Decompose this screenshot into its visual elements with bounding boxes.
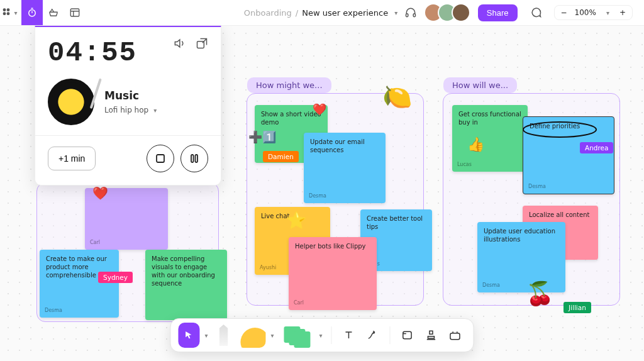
svg-point-12 xyxy=(523,122,596,137)
section-how-will-we[interactable]: How will we... Get cross functional buy … xyxy=(443,93,620,306)
separator xyxy=(390,326,391,344)
section-left[interactable]: Carl ❤️ Create to make our product more … xyxy=(36,182,219,322)
pause-button[interactable] xyxy=(180,145,208,172)
sticky-note[interactable]: Carl xyxy=(85,188,168,250)
svg-rect-10 xyxy=(191,155,194,162)
zoom-control[interactable]: − 100% ▾ + xyxy=(554,5,633,20)
chevron-down-icon: ▾ xyxy=(11,9,19,16)
cursor-label-sydney: Sydney xyxy=(98,272,133,283)
timer-digits: 04:55 xyxy=(48,37,137,69)
sticky-tool[interactable] xyxy=(279,323,314,348)
voting-tool-button[interactable] xyxy=(43,0,64,25)
sticky-author: Lucas xyxy=(457,162,472,168)
chevron-down-icon[interactable]: ▾ xyxy=(202,332,210,339)
breadcrumb[interactable]: Onboarding / New user experience ▾ xyxy=(244,8,401,18)
section-title[interactable]: How might we... xyxy=(247,77,331,93)
share-button[interactable]: Share xyxy=(478,4,518,21)
sticky-text: Update user education illustrations xyxy=(484,228,555,243)
sticky-author: Ayushi xyxy=(260,265,276,271)
vinyl-icon xyxy=(48,79,94,125)
connector-tool[interactable] xyxy=(362,323,384,348)
sticky-text: Show a short video demo xyxy=(261,111,321,126)
sticky-text: Live chat xyxy=(261,213,289,219)
presence-avatars[interactable] xyxy=(429,3,470,22)
chevron-down-icon: ▾ xyxy=(151,107,159,114)
timer-panel: 04:55 Music Lofi hip hop ▾ +1 min xyxy=(35,25,221,186)
sticky-note[interactable]: Update user education illustrations Desm… xyxy=(477,222,565,292)
sticky-note[interactable]: Helper bots like Clippy Carl xyxy=(289,237,377,310)
sticky-author: Desma xyxy=(528,184,546,190)
sticky-author: Carl xyxy=(90,240,100,246)
svg-rect-0 xyxy=(3,8,6,11)
avatar[interactable] xyxy=(452,3,470,22)
toolbar-left: ▾ xyxy=(0,0,86,25)
timer-tool-button[interactable] xyxy=(21,0,43,25)
top-bar: ▾ Onboarding / New user experience ▾ Sha… xyxy=(0,0,644,26)
music-track-selector[interactable]: Lofi hip hop ▾ xyxy=(104,106,159,114)
comments-icon[interactable] xyxy=(525,0,547,25)
sound-icon[interactable] xyxy=(173,37,186,50)
stop-button[interactable] xyxy=(147,145,174,172)
toolbar-right: Share − 100% ▾ + xyxy=(400,0,644,25)
stamp-tool[interactable] xyxy=(421,323,442,348)
chevron-down-icon[interactable]: ▾ xyxy=(604,9,612,16)
svg-rect-3 xyxy=(7,12,10,15)
sticky-note[interactable]: Update our email sequences Desma xyxy=(304,133,386,203)
chevron-down-icon[interactable]: ▾ xyxy=(392,9,400,16)
sticky-note[interactable]: Get cross functional buy in Lucas xyxy=(452,105,528,172)
sticky-text: Get cross functional buy in xyxy=(458,111,521,126)
widgets-tool[interactable] xyxy=(445,323,466,348)
zoom-value[interactable]: 100% xyxy=(575,8,596,17)
figma-menu-button[interactable]: ▾ xyxy=(0,0,21,25)
sticky-note[interactable]: Create to make our product more comprehe… xyxy=(40,250,119,318)
cursor-label-andrea: Andrea xyxy=(580,142,613,153)
bottom-toolbar: ▾ ▾ ▾ xyxy=(170,318,474,352)
zoom-out-button[interactable]: − xyxy=(561,8,567,17)
cursor-label-jillian: Jillian xyxy=(564,302,591,313)
chevron-down-icon[interactable]: ▾ xyxy=(268,332,276,339)
section-title[interactable]: How will we... xyxy=(443,77,517,93)
svg-rect-13 xyxy=(403,331,411,339)
text-tool[interactable] xyxy=(338,323,360,348)
headphones-icon[interactable] xyxy=(400,0,421,25)
shape-tool[interactable] xyxy=(236,323,265,348)
sticky-text: Update our email sequences xyxy=(310,138,365,153)
svg-rect-2 xyxy=(3,12,6,15)
sticky-author: Carl xyxy=(294,300,304,306)
music-track-label: Lofi hip hop xyxy=(104,106,148,114)
svg-rect-7 xyxy=(413,14,415,17)
zoom-in-button[interactable]: + xyxy=(619,8,626,17)
sticky-author: Desma xyxy=(482,282,500,289)
breadcrumb-title[interactable]: New user experience xyxy=(302,8,388,18)
pointer-tool[interactable] xyxy=(178,323,199,348)
sticky-author: Desma xyxy=(309,193,326,199)
sticky-text: Create better tool tips xyxy=(367,215,423,230)
sticky-text: Localize all content xyxy=(529,211,589,218)
svg-rect-14 xyxy=(450,333,460,340)
sticky-text: Helper bots like Clippy xyxy=(295,243,366,250)
popout-icon[interactable] xyxy=(196,37,208,50)
sticky-text: Make compelling visuals to engage with o… xyxy=(152,255,215,287)
svg-rect-1 xyxy=(7,8,10,11)
add-minute-button[interactable]: +1 min xyxy=(48,147,96,170)
svg-rect-11 xyxy=(196,155,198,162)
svg-rect-6 xyxy=(406,14,408,17)
layout-tool-button[interactable] xyxy=(64,0,86,25)
svg-rect-9 xyxy=(157,155,164,162)
breadcrumb-parent[interactable]: Onboarding xyxy=(244,8,292,18)
sticky-note[interactable]: Define priorities Desma xyxy=(523,116,614,194)
breadcrumb-separator: / xyxy=(296,8,298,18)
section-tool[interactable] xyxy=(397,323,418,348)
pencil-tool[interactable] xyxy=(213,323,234,348)
cursor-label-damien: Damien xyxy=(263,151,299,162)
separator xyxy=(331,326,332,344)
section-how-might-we[interactable]: How might we... Show a short video demo … xyxy=(247,93,424,306)
music-heading: Music xyxy=(104,89,159,102)
sticky-author: Desma xyxy=(45,308,62,314)
sticky-note[interactable]: Make compelling visuals to engage with o… xyxy=(145,250,227,320)
svg-rect-5 xyxy=(70,9,79,16)
chevron-down-icon[interactable]: ▾ xyxy=(317,332,325,339)
